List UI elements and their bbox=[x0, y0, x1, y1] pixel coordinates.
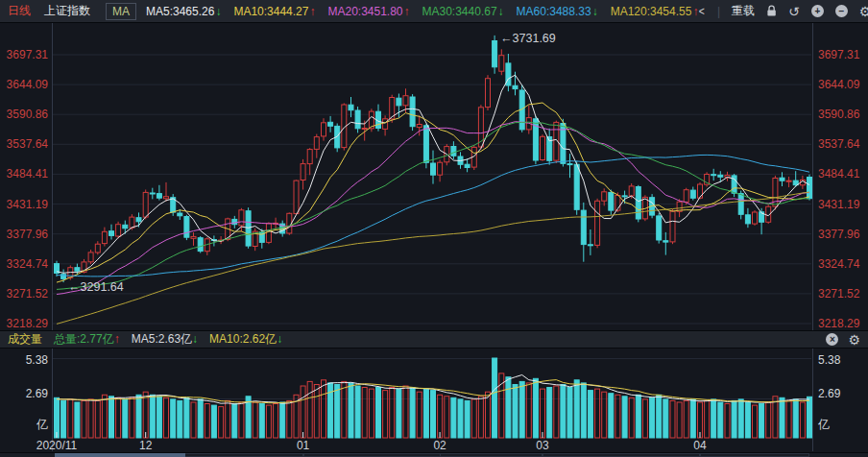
volume-tick-label: 5.38 bbox=[818, 353, 864, 367]
time-tick-label: 03 bbox=[509, 439, 576, 452]
price-tick-label: 3218.29 bbox=[2, 317, 48, 330]
volume-tick-label: 亿 bbox=[818, 417, 864, 433]
ma-value: MA10:3444.27↑ bbox=[233, 5, 315, 18]
indicator-settings-gear-icon[interactable]: ⚙ bbox=[848, 333, 860, 347]
price-tick-label: 3377.96 bbox=[2, 228, 48, 241]
time-tick-label: 04 bbox=[666, 439, 734, 452]
volume-ma5: MA5:2.63亿↓ bbox=[132, 331, 198, 348]
down-arrow-icon: ↓ bbox=[192, 332, 198, 346]
scrollbar-segment bbox=[303, 453, 441, 457]
volume-tick-label: 2.69 bbox=[2, 387, 48, 400]
ma-value: MA20:3451.80↑ bbox=[327, 5, 409, 18]
time-tick-label: 2020/11 bbox=[23, 439, 90, 452]
price-tick-label: 3271.52 bbox=[2, 287, 48, 301]
scrollbar-thumb[interactable] bbox=[55, 453, 185, 457]
down-arrow-icon: ↓ bbox=[592, 5, 598, 18]
volume-tick-label: 5.38 bbox=[2, 353, 48, 367]
reload-button[interactable]: 重载 bbox=[732, 3, 755, 19]
down-arrow-icon: ↓ bbox=[277, 332, 282, 346]
price-tick-label: 3431.19 bbox=[2, 198, 48, 211]
price-tick-label: 3324.74 bbox=[2, 257, 48, 271]
scrollbar[interactable] bbox=[0, 452, 868, 457]
price-tick-label: 3431.19 bbox=[818, 198, 864, 211]
undo-icon[interactable]: ↺ bbox=[788, 5, 800, 18]
svg-text:←3731.69: ←3731.69 bbox=[500, 32, 556, 45]
price-tick-label: 3697.31 bbox=[818, 48, 864, 61]
scrollbar-segment bbox=[700, 453, 809, 457]
price-tick-label: 3377.96 bbox=[818, 228, 864, 241]
down-arrow-icon: ↓ bbox=[498, 5, 504, 18]
price-tick-label: 3484.41 bbox=[818, 167, 864, 180]
ma-value: MA60:3488.33↓ bbox=[517, 5, 598, 18]
up-arrow-icon: ↑ bbox=[404, 5, 410, 18]
chevron-left-icon[interactable]: < bbox=[699, 4, 705, 18]
ma-values: MA5:3465.26↓MA10:3444.27↑MA20:3451.80↑MA… bbox=[146, 5, 698, 18]
volume-tick-label: 亿 bbox=[2, 417, 48, 433]
down-arrow-icon: ↓ bbox=[215, 5, 221, 18]
time-tick-label: 12 bbox=[112, 439, 180, 452]
candlestick-chart[interactable]: ←3731.69←3291.64 bbox=[0, 0, 868, 457]
price-tick-label: 3590.86 bbox=[818, 108, 864, 121]
toolbar-actions: < | 重载 ↺ + − ⚙ bbox=[698, 3, 868, 19]
volume-tick-label: 2.69 bbox=[818, 387, 864, 400]
up-arrow-icon: ↑ bbox=[309, 5, 315, 18]
scrollbar-segment bbox=[440, 453, 542, 457]
up-arrow-icon: ↑ bbox=[114, 332, 120, 346]
scrollbar-segment bbox=[542, 453, 700, 457]
zoom-in-icon[interactable]: + bbox=[811, 5, 824, 17]
period-selector[interactable]: 日线 bbox=[8, 3, 31, 19]
zoom-out-icon[interactable]: − bbox=[835, 5, 848, 17]
price-tick-label: 3644.09 bbox=[2, 78, 48, 91]
price-tick-label: 3590.86 bbox=[2, 108, 48, 121]
ma-value: MA30:3440.67↓ bbox=[422, 5, 504, 18]
time-tick-label: 01 bbox=[270, 439, 337, 452]
price-tick-label: 3697.31 bbox=[2, 48, 48, 61]
symbol-name: 上证指数 bbox=[44, 3, 90, 19]
price-tick-label: 3537.64 bbox=[2, 137, 48, 151]
price-tick-label: 3484.41 bbox=[2, 167, 48, 180]
price-tick-label: 3644.09 bbox=[818, 78, 864, 91]
toolbar: 日线 上证指数 MA MA5:3465.26↓MA10:3444.27↑MA20… bbox=[0, 0, 868, 23]
volume-total: 总量:2.77亿↑ bbox=[54, 331, 120, 348]
ma-value: MA5:3465.26↓ bbox=[146, 5, 221, 18]
ma-value: MA120:3454.55↑ bbox=[611, 5, 699, 18]
svg-text:←3291.64: ←3291.64 bbox=[68, 280, 124, 294]
price-tick-label: 3324.74 bbox=[818, 257, 864, 271]
price-tick-label: 3537.64 bbox=[818, 137, 864, 151]
toolbar-divider: | bbox=[717, 5, 720, 18]
volume-header-actions: × ⚙ bbox=[826, 333, 860, 347]
volume-title: 成交量 bbox=[8, 331, 42, 348]
lock-icon[interactable] bbox=[766, 5, 777, 17]
close-indicator-icon[interactable]: × bbox=[826, 333, 838, 346]
stock-chart-app: ←3731.69←3291.64 日线 上证指数 MA MA5:3465.26↓… bbox=[0, 0, 868, 457]
price-tick-label: 3271.52 bbox=[818, 287, 864, 301]
settings-gear-icon[interactable]: ⚙ bbox=[859, 5, 868, 18]
price-tick-label: 3218.29 bbox=[818, 317, 864, 330]
volume-ma10: MA10:2.62亿↓ bbox=[209, 331, 282, 348]
time-tick-label: 02 bbox=[406, 439, 473, 452]
volume-header: 成交量 总量:2.77亿↑ MA5:2.63亿↓ MA10:2.62亿↓ × ⚙ bbox=[0, 330, 868, 349]
ma-indicator-box[interactable]: MA bbox=[106, 3, 136, 20]
